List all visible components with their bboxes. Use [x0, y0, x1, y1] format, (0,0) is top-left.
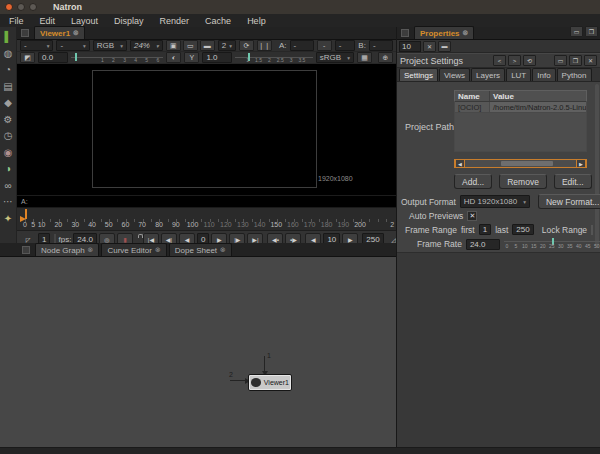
horizontal-scrollbar[interactable]: ◀ ▶ [454, 159, 587, 168]
settings-tab[interactable]: Info [532, 68, 555, 81]
clip-to-project-icon[interactable]: ▣ [166, 40, 181, 51]
alpha-channel-select[interactable]: -▾ [56, 40, 89, 51]
close-tab-icon[interactable]: ⊗ [73, 29, 79, 37]
tab-properties[interactable]: Properties ⊗ [414, 26, 474, 39]
frame-rate-slider[interactable]: 05101520253035404550 [504, 238, 600, 250]
menu-item[interactable]: Edit [40, 16, 56, 26]
close-tab-icon[interactable]: ⊗ [220, 246, 226, 254]
node-graph-canvas[interactable]: 1 2 Viewer1 [0, 257, 396, 447]
viewer-canvas[interactable]: 1920x1080 [17, 64, 396, 195]
scrollbar-thumb[interactable] [501, 161, 553, 166]
bottom-tab[interactable]: Curve Editor ⊗ [101, 243, 166, 256]
menu-item[interactable]: Help [247, 16, 266, 26]
filter-nodes-icon[interactable]: ⚙ [2, 113, 15, 126]
menu-item[interactable]: Render [160, 16, 190, 26]
window-close-button[interactable] [5, 3, 13, 11]
menu-item[interactable]: File [9, 16, 24, 26]
extra-nodes-icon[interactable]: ✦ [2, 212, 15, 225]
vertical-scrollbar[interactable] [595, 84, 599, 248]
menu-item[interactable]: Cache [205, 16, 231, 26]
tab-viewer1[interactable]: Viewer1 ⊗ [34, 26, 85, 39]
minimize-panels-button[interactable]: ▬ [438, 41, 451, 52]
image-nodes-icon[interactable]: ▌ [2, 30, 15, 43]
auto-previews-checkbox[interactable]: ✕ [467, 211, 477, 221]
settings-tab[interactable]: Settings [399, 68, 438, 81]
window-minimize-button[interactable] [17, 3, 25, 11]
draw-nodes-icon[interactable]: ◍ [2, 47, 15, 60]
wipe-mode-select[interactable]: - [335, 40, 356, 51]
bottom-tab[interactable]: Node Graph ⊗ [35, 243, 99, 256]
proxy-select[interactable]: 2▾ [218, 40, 236, 51]
pane-menu-icon[interactable] [401, 29, 409, 37]
scroll-left-icon[interactable]: ◀ [455, 159, 465, 168]
menu-item[interactable]: Display [114, 16, 144, 26]
node-input1-arrow[interactable] [264, 356, 265, 372]
[OCIO][interactable]: [OCIO] /home/tim/Natron-2.0.5-Linux-x86 [454, 102, 587, 113]
max-panels-field[interactable]: 10 [399, 41, 421, 52]
settings-tab[interactable]: Layers [471, 68, 505, 81]
input-a-select[interactable]: - [290, 40, 314, 51]
gamma-slider[interactable]: 11.522.533.5 [235, 53, 312, 62]
panel-minimize-icon[interactable]: ▭ [554, 55, 567, 66]
panel-close-icon[interactable]: ✕ [584, 55, 597, 66]
next-panel-button[interactable]: > [508, 55, 521, 66]
frame-rate-field[interactable]: 24.0 [466, 239, 500, 250]
roi-icon[interactable]: ▭ [183, 40, 198, 51]
viewer1-node[interactable]: Viewer1 [248, 374, 292, 391]
gamma-icon[interactable]: Y [184, 52, 199, 63]
refresh-icon[interactable]: ⟳ [239, 40, 254, 51]
close-tab-icon[interactable]: ⊗ [463, 29, 469, 37]
timeline[interactable]: 0510203040506070809010011012013014015016… [17, 207, 396, 230]
contrast-icon[interactable]: ◐ [166, 52, 181, 63]
transform-nodes-icon[interactable]: ◑ [2, 162, 15, 175]
pane-menu-icon[interactable] [22, 246, 30, 254]
clear-panels-button[interactable]: ✕ [423, 41, 436, 52]
gain-icon[interactable]: ◩ [20, 52, 35, 63]
close-tab-icon[interactable]: ⊗ [88, 246, 94, 254]
pane-menu-icon[interactable] [21, 29, 29, 37]
zoom-select[interactable]: 24%▾ [130, 40, 163, 51]
format-resolution-label: 1920x1080 [318, 175, 353, 182]
frame-range-last-field[interactable]: 250 [512, 224, 533, 235]
settings-tab[interactable]: Python [557, 68, 592, 81]
gain-field[interactable]: 0.0 [38, 52, 68, 63]
prev-panel-button[interactable]: < [493, 55, 506, 66]
keyer-nodes-icon[interactable]: ◷ [2, 129, 15, 142]
other-nodes-icon[interactable]: ⋯ [2, 195, 15, 208]
menu-item[interactable]: Layout [71, 16, 98, 26]
checkerboard-icon[interactable]: ▦ [357, 52, 372, 63]
input-b-select[interactable]: - [369, 40, 393, 51]
merge-nodes-icon[interactable]: ◉ [2, 146, 15, 159]
full-frame-icon[interactable]: ▬ [200, 40, 215, 51]
node-input2-arrow[interactable] [230, 380, 246, 381]
window-maximize-button[interactable] [29, 3, 37, 11]
time-nodes-icon[interactable]: ◔ [2, 63, 15, 76]
close-tab-icon[interactable]: ⊗ [155, 246, 161, 254]
output-format-select[interactable]: HD 1920x1080 ▾ [460, 195, 530, 208]
remove-path-button[interactable]: Remove [499, 174, 547, 189]
display-channels-select[interactable]: RGB▾ [93, 40, 127, 51]
layer-select[interactable]: -▾ [20, 40, 53, 51]
scroll-right-icon[interactable]: ▶ [576, 159, 586, 168]
frame-range-first-field[interactable]: 1 [479, 224, 491, 235]
add-path-button[interactable]: Add... [454, 174, 492, 189]
color-nodes-icon[interactable]: ◆ [2, 96, 15, 109]
pane-float-icon[interactable]: ❒ [585, 26, 598, 37]
lut-select[interactable]: sRGB▾ [316, 52, 354, 63]
bottom-tab[interactable]: Dope Sheet ⊗ [169, 243, 232, 256]
settings-tab[interactable]: Views [439, 68, 470, 81]
lock-range-checkbox[interactable] [591, 225, 593, 235]
edit-path-button[interactable]: Edit... [554, 174, 592, 189]
settings-tab[interactable]: LUT [506, 68, 531, 81]
gain-slider[interactable]: 123456 [71, 53, 164, 62]
undo-icon[interactable]: ⟲ [523, 55, 536, 66]
wipe-icon[interactable]: - [317, 40, 332, 51]
color-picker-icon[interactable]: ⊕ [378, 52, 393, 63]
gamma-field[interactable]: 1.0 [202, 52, 232, 63]
pause-icon[interactable]: ❘❘ [257, 40, 272, 51]
channel-nodes-icon[interactable]: ▤ [2, 80, 15, 93]
views-nodes-icon[interactable]: ∞ [2, 179, 15, 192]
new-format-button[interactable]: New Format... [538, 194, 600, 209]
panel-float-icon[interactable]: ❒ [569, 55, 582, 66]
pane-minimize-icon[interactable]: ▭ [570, 26, 583, 37]
